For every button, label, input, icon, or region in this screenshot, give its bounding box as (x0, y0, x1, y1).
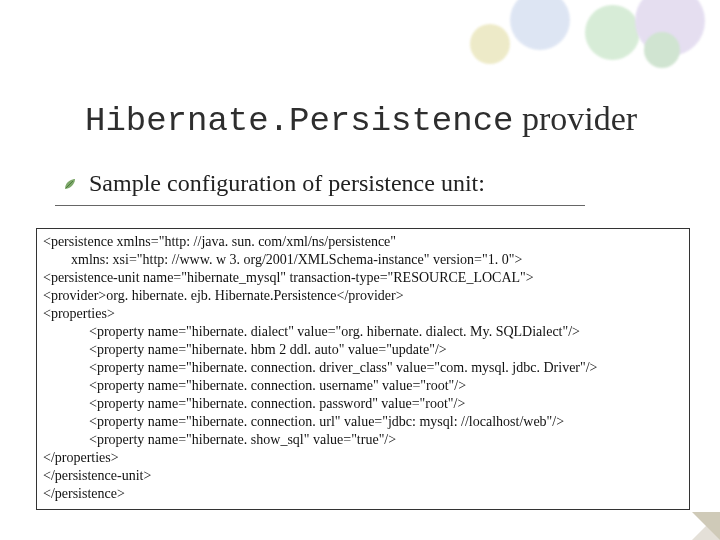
code-line: <property name="hibernate. connection. p… (43, 395, 683, 413)
leaf-icon (63, 177, 77, 191)
code-line: </persistence-unit> (43, 467, 683, 485)
code-line: <provider>org. hibernate. ejb. Hibernate… (43, 287, 683, 305)
slide: Hibernate.Persistence provider Sample co… (0, 0, 720, 540)
code-line: <property name="hibernate. hbm 2 ddl. au… (43, 341, 683, 359)
code-line: <property name="hibernate. connection. d… (43, 359, 683, 377)
code-line: <properties> (43, 305, 683, 323)
title-block: Hibernate.Persistence provider (85, 100, 645, 140)
code-line: <property name="hibernate. show_sql" val… (43, 431, 683, 449)
code-line: <property name="hibernate. dialect" valu… (43, 323, 683, 341)
title-serif: provider (513, 100, 637, 137)
subtitle-row: Sample configuration of persistence unit… (63, 170, 485, 197)
subtitle-text: Sample configuration of persistence unit… (89, 170, 485, 197)
code-line: </persistence> (43, 485, 683, 503)
code-line: <property name="hibernate. connection. u… (43, 413, 683, 431)
title-mono: Hibernate.Persistence (85, 102, 513, 140)
subtitle-underline (55, 205, 585, 206)
page-corner-fold-icon (692, 512, 720, 540)
page-title: Hibernate.Persistence provider (85, 100, 645, 140)
code-line: <persistence xmlns="http: //java. sun. c… (43, 233, 683, 251)
code-line: </properties> (43, 449, 683, 467)
floral-decoration (420, 0, 720, 80)
code-line: <persistence-unit name="hibernate_mysql"… (43, 269, 683, 287)
code-line: <property name="hibernate. connection. u… (43, 377, 683, 395)
code-line: xmlns: xsi="http: //www. w 3. org/2001/X… (43, 251, 683, 269)
code-box: <persistence xmlns="http: //java. sun. c… (36, 228, 690, 510)
